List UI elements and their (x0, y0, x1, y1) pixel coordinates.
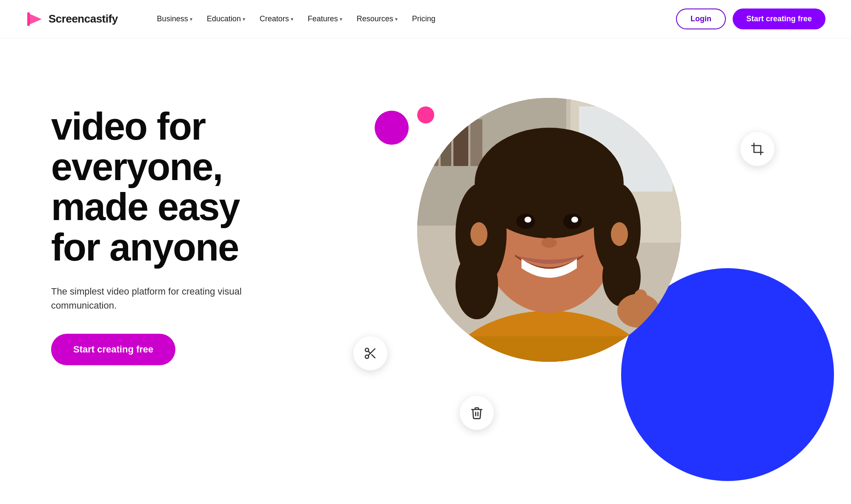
hero-content: video for everyone, made easy for anyone… (51, 72, 307, 365)
nav-item-education[interactable]: Education ▾ (202, 11, 250, 27)
trash-icon-badge (460, 396, 494, 430)
svg-point-29 (611, 222, 628, 246)
hero-visual (332, 72, 800, 455)
svg-rect-14 (470, 119, 482, 166)
decorative-dot-pink (417, 106, 434, 123)
nav-item-resources[interactable]: Resources ▾ (352, 11, 403, 27)
main-nav: Business ▾ Education ▾ Creators ▾ Featur… (152, 11, 441, 27)
svg-point-28 (470, 222, 487, 246)
svg-point-27 (542, 238, 557, 248)
svg-line-6 (368, 351, 370, 353)
chevron-down-icon: ▾ (340, 16, 342, 22)
nav-item-business[interactable]: Business ▾ (152, 11, 198, 27)
hero-headline: video for everyone, made easy for anyone (51, 106, 307, 267)
svg-point-21 (456, 251, 498, 319)
decorative-dot-purple (375, 111, 409, 145)
scissors-icon-badge (353, 336, 387, 370)
person-illustration (417, 98, 681, 362)
chevron-down-icon: ▾ (190, 16, 192, 22)
header-cta-button[interactable]: Start creating free (733, 9, 825, 29)
svg-rect-1 (27, 12, 30, 26)
svg-rect-31 (634, 289, 647, 315)
nav-item-pricing[interactable]: Pricing (407, 11, 441, 27)
nav-item-features[interactable]: Features ▾ (303, 11, 347, 27)
hero-section: video for everyone, made easy for anyone… (0, 38, 851, 504)
svg-point-26 (571, 217, 578, 223)
hero-person-image (417, 98, 681, 362)
svg-point-25 (524, 217, 531, 223)
hero-subtext: The simplest video platform for creating… (51, 284, 247, 312)
svg-rect-13 (453, 111, 468, 166)
svg-rect-32 (460, 336, 639, 362)
chevron-down-icon: ▾ (291, 16, 293, 22)
svg-line-5 (372, 355, 375, 358)
login-button[interactable]: Login (676, 9, 726, 29)
svg-rect-12 (441, 123, 451, 166)
screencastify-logo-icon (26, 10, 44, 29)
header-actions: Login Start creating free (676, 9, 825, 29)
trash-icon (470, 406, 484, 420)
nav-item-creators[interactable]: Creators ▾ (255, 11, 298, 27)
scissors-icon (364, 346, 377, 360)
logo-text: Screencastify (49, 12, 118, 26)
hero-cta-button[interactable]: Start creating free (51, 334, 175, 365)
svg-marker-0 (28, 13, 42, 25)
chevron-down-icon: ▾ (243, 16, 245, 22)
crop-icon (751, 142, 764, 156)
logo[interactable]: Screencastify (26, 10, 118, 29)
chevron-down-icon: ▾ (395, 16, 398, 22)
header: Screencastify Business ▾ Education ▾ Cre… (0, 0, 851, 38)
crop-icon-badge (740, 132, 774, 166)
